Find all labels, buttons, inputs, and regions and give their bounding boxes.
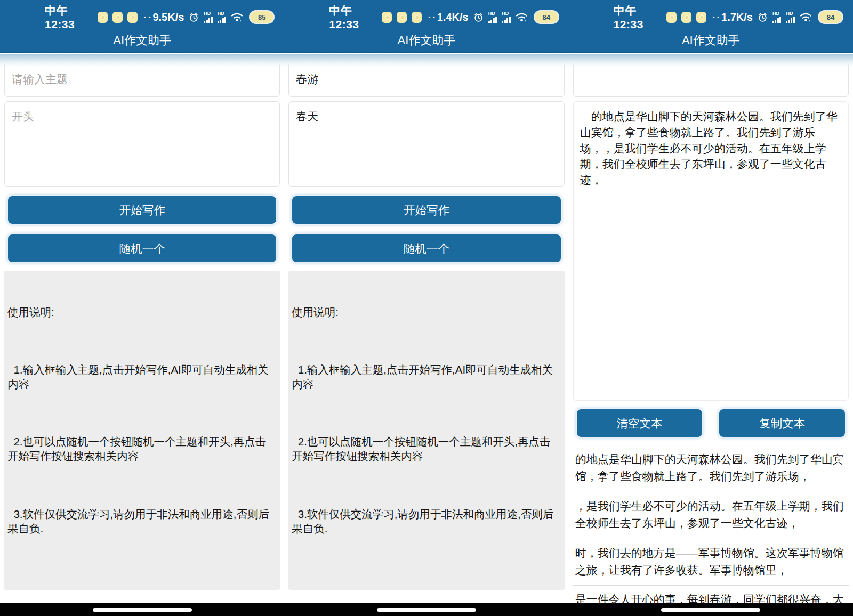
notification-icon <box>412 12 422 23</box>
network-speed: 1.7K/s <box>721 11 753 23</box>
app-title-bar: AI作文助手 <box>284 31 568 53</box>
wifi-icon <box>231 13 243 22</box>
alarm-icon <box>189 12 199 22</box>
instruction-item: 2.也可以点随机一个按钮随机一个主题和开头,再点击开始写作按钮搜索相关内容 <box>292 434 561 463</box>
notification-icon <box>666 12 677 23</box>
status-bar: 中午12:33 ·· 9.5K/s HD HD 85 <box>0 0 284 31</box>
status-left: 中午12:33 ·· <box>329 3 437 31</box>
notification-icon <box>681 12 691 23</box>
android-nav-bar <box>0 603 284 616</box>
status-left: 中午12:33 ·· <box>614 3 721 31</box>
clock-text: 中午12:33 <box>614 3 662 31</box>
alarm-icon <box>473 12 484 22</box>
list-item[interactable]: 的地点是华山脚下的天河森林公园。我们先到了华山宾馆，拿了些食物就上路了。我们先到… <box>573 445 849 492</box>
wifi-icon <box>800 13 812 22</box>
more-notifications-icon: ·· <box>712 11 721 23</box>
status-right: 1.7K/s HD HD 84 <box>721 11 842 23</box>
instructions-heading: 使用说明: <box>7 305 277 319</box>
random-one-button[interactable]: 随机一个 <box>7 233 277 263</box>
notification-icon <box>382 12 392 23</box>
instruction-item: 3.软件仅供交流学习,请勿用于非法和商业用途,否则后果自负. <box>7 507 277 536</box>
topic-input[interactable]: 请输入主题 <box>4 62 280 97</box>
signal-hd-icon: HD <box>786 11 795 23</box>
triple-screenshot-strip: 中午12:33 ·· 9.5K/s HD HD 85 <box>0 0 853 616</box>
topic-value: 春游 <box>296 72 318 87</box>
home-indicator[interactable] <box>661 608 760 612</box>
result-area: 的地点是华山脚下的天河森林公园。我们先到了华山宾馆，拿了些食物就上路了。我们先到… <box>569 53 853 616</box>
opening-placeholder: 开头 <box>12 109 34 124</box>
status-right: 1.4K/s HD HD 84 <box>437 11 558 23</box>
form-area: 春游 春天 开始写作 随机一个 使用说明: 1.输入框输入主题,点击开始写作,A… <box>284 53 568 590</box>
status-right: 9.5K/s HD HD 85 <box>152 11 273 23</box>
status-left: 中午12:33 ·· <box>45 3 152 31</box>
battery-icon: 85 <box>250 11 273 23</box>
usage-instructions: 使用说明: 1.输入框输入主题,点击开始写作,AI即可自动生成相关内容 2.也可… <box>4 271 280 590</box>
clear-text-button[interactable]: 清空文本 <box>576 408 704 438</box>
clock-text: 中午12:33 <box>329 3 377 31</box>
android-nav-bar <box>284 603 568 616</box>
home-indicator[interactable] <box>377 608 476 612</box>
random-one-button[interactable]: 随机一个 <box>291 233 561 263</box>
result-buttons: 清空文本 复制文本 <box>576 408 846 438</box>
notification-icon <box>397 12 407 23</box>
instruction-item: 1.输入框输入主题,点击开始写作,AI即可自动生成相关内容 <box>7 362 277 391</box>
start-writing-button[interactable]: 开始写作 <box>291 195 561 225</box>
battery-percent: 84 <box>542 13 550 21</box>
notification-icon <box>98 12 108 23</box>
opening-input[interactable]: 开头 <box>4 101 280 187</box>
alarm-icon <box>758 12 768 22</box>
signal-hd-icon: HD <box>218 11 227 23</box>
screen-filled-form: 中午12:33 ·· 1.4K/s HD HD 84 <box>284 0 568 616</box>
app-title-bar: AI作文助手 <box>0 31 284 53</box>
instruction-item: 3.软件仅供交流学习,请勿用于非法和商业用途,否则后果自负. <box>292 507 561 536</box>
start-writing-button[interactable]: 开始写作 <box>7 195 277 225</box>
instruction-item: 2.也可以点随机一个按钮随机一个主题和开头,再点击开始写作按钮搜索相关内容 <box>7 434 277 463</box>
opening-value: 春天 <box>296 109 318 124</box>
app-title-bar: AI作文助手 <box>569 31 853 53</box>
more-notifications-icon: ·· <box>428 11 437 23</box>
signal-hd-icon: HD <box>502 11 511 23</box>
list-item[interactable]: ，是我们学生必不可少的活动。在五年级上学期，我们全校师生去了东坪山，参观了一些文… <box>573 492 849 539</box>
android-nav-bar <box>569 603 853 616</box>
battery-icon: 84 <box>819 11 842 23</box>
signal-hd-icon: HD <box>204 11 213 23</box>
screen-generated-result: 中午12:33 ·· 1.7K/s HD HD 84 <box>569 0 853 616</box>
instructions-heading: 使用说明: <box>292 305 561 319</box>
status-bar: 中午12:33 ·· 1.7K/s HD HD 84 <box>569 0 853 31</box>
copy-text-button[interactable]: 复制文本 <box>718 408 846 438</box>
home-indicator[interactable] <box>93 608 192 612</box>
clock-text: 中午12:33 <box>45 3 93 31</box>
screen-empty-form: 中午12:33 ·· 9.5K/s HD HD 85 <box>0 0 284 616</box>
form-area: 请输入主题 开头 开始写作 随机一个 使用说明: 1.输入框输入主题,点击开始写… <box>0 53 284 590</box>
opening-input[interactable]: 春天 <box>288 101 564 187</box>
network-speed: 9.5K/s <box>152 11 184 23</box>
notification-icon <box>127 12 138 23</box>
generated-text-area[interactable]: 的地点是华山脚下的天河森林公园。我们先到了华山宾馆，拿了些食物就上路了。我们先到… <box>573 101 849 401</box>
topic-placeholder: 请输入主题 <box>12 72 68 87</box>
signal-hd-icon: HD <box>772 11 782 23</box>
list-item[interactable]: 时，我们去的地方是——军事博物馆。这次军事博物馆之旅，让我有了许多收获。军事博物… <box>573 539 849 586</box>
battery-percent: 85 <box>258 13 265 21</box>
instruction-item: 1.输入框输入主题,点击开始写作,AI即可自动生成相关内容 <box>292 362 561 391</box>
usage-instructions: 使用说明: 1.输入框输入主题,点击开始写作,AI即可自动生成相关内容 2.也可… <box>288 271 564 590</box>
signal-hd-icon: HD <box>488 11 497 23</box>
snippet-list: 的地点是华山脚下的天河森林公园。我们先到了华山宾馆，拿了些食物就上路了。我们先到… <box>573 445 849 616</box>
notification-icon <box>696 12 706 23</box>
status-bar: 中午12:33 ·· 1.4K/s HD HD 84 <box>284 0 568 31</box>
more-notifications-icon: ·· <box>143 11 152 23</box>
topic-input[interactable]: 春游 <box>288 62 564 97</box>
topic-input[interactable] <box>573 62 849 97</box>
wifi-icon <box>516 13 528 22</box>
battery-icon: 84 <box>535 11 558 23</box>
notification-icon <box>112 12 123 23</box>
network-speed: 1.4K/s <box>437 11 469 23</box>
battery-percent: 84 <box>827 13 834 21</box>
